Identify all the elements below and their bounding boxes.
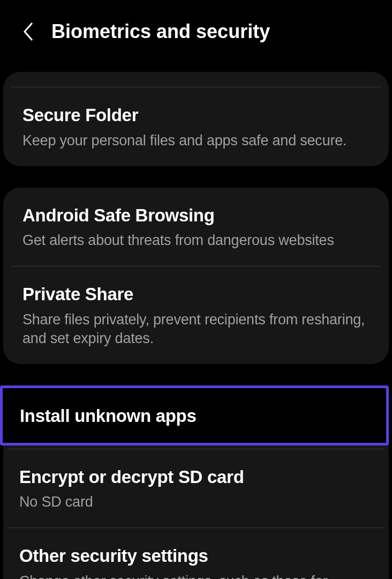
item-desc: Get alerts about threats from dangerous … <box>22 231 370 250</box>
item-desc: No SD card <box>19 493 373 511</box>
item-desc: Keep your personal files and apps safe a… <box>22 131 370 150</box>
item-install-unknown-apps[interactable]: Install unknown apps <box>3 388 386 443</box>
item-secure-folder[interactable]: Secure Folder Keep your personal files a… <box>3 87 389 166</box>
item-safe-browsing[interactable]: Android Safe Browsing Get alerts about t… <box>3 188 389 266</box>
item-encrypt-sd[interactable]: Encrypt or decrypt SD card No SD card <box>0 449 392 528</box>
item-title: Android Safe Browsing <box>22 205 370 226</box>
item-title: Secure Folder <box>22 105 370 126</box>
section-secure-folder: Secure Folder Keep your personal files a… <box>3 72 389 166</box>
item-title: Encrypt or decrypt SD card <box>19 466 373 488</box>
item-title: Other security settings <box>19 545 373 567</box>
section-browsing-share: Android Safe Browsing Get alerts about t… <box>3 188 389 364</box>
page-title: Biometrics and security <box>51 20 270 43</box>
item-title: Private Share <box>22 284 370 305</box>
item-title: Install unknown apps <box>20 405 367 427</box>
item-desc: Share files privately, prevent recipient… <box>22 310 370 348</box>
item-other-security[interactable]: Other security settings Change other sec… <box>0 528 392 579</box>
highlight-install-unknown: Install unknown apps <box>0 385 389 446</box>
item-desc: Change other security settings, such as … <box>19 572 373 579</box>
back-icon[interactable] <box>22 21 35 42</box>
section-install-other: Install unknown apps Encrypt or decrypt … <box>0 385 392 579</box>
item-private-share[interactable]: Private Share Share files privately, pre… <box>3 266 389 364</box>
header: Biometrics and security <box>0 0 392 59</box>
